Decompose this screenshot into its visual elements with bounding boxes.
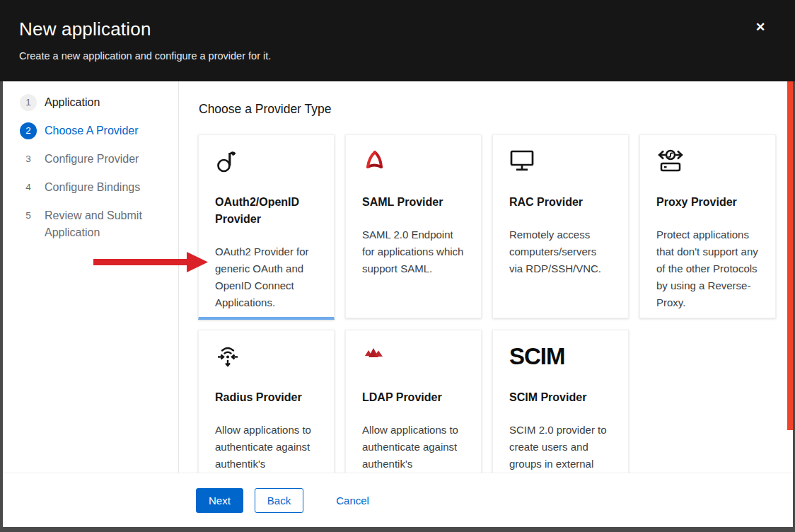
step-label: Application [45, 94, 100, 111]
modal-body: 1 Application 2 Choose A Provider 3 Conf… [3, 81, 793, 527]
wizard-footer: Next Back Cancel [3, 473, 793, 527]
scrollbar[interactable] [787, 81, 793, 430]
wizard-step-configure-bindings[interactable]: 4 Configure Bindings [20, 179, 178, 196]
provider-type-panel: Choose a Provider Type OAuth2/OpenID Pro… [180, 81, 793, 473]
provider-card-description: Allow applications to authenticate again… [362, 422, 465, 473]
provider-card-description: SCIM 2.0 provider to create users and gr… [509, 422, 612, 473]
scim-logo: SCIM [509, 344, 612, 369]
provider-card-ldap[interactable]: LDAP Provider Allow applications to auth… [345, 330, 482, 473]
provider-card-saml[interactable]: SAML Provider SAML 2.0 Endpoint for appl… [345, 134, 482, 318]
provider-card-scim[interactable]: SCIM SCIM Provider SCIM 2.0 provider to … [492, 330, 629, 473]
saml-icon [362, 149, 465, 174]
annotation-arrow-icon [92, 250, 209, 274]
provider-card-title: SAML Provider [362, 194, 465, 211]
next-button[interactable]: Next [196, 488, 243, 513]
provider-card-title: LDAP Provider [362, 389, 465, 406]
modal-subtitle: Create a new application and configure a… [19, 50, 775, 62]
proxy-icon [656, 149, 759, 174]
provider-card-description: Remotely access computers/servers via RD… [509, 226, 612, 277]
step-number-badge: 4 [20, 179, 37, 196]
ldap-mountains-icon [362, 344, 465, 369]
wizard-step-review-submit[interactable]: 5 Review and Submit Application [20, 207, 178, 241]
provider-card-description: OAuth2 Provider for generic OAuth and Op… [215, 243, 318, 311]
provider-card-title: SCIM Provider [509, 389, 612, 406]
provider-card-title: RAC Provider [509, 194, 612, 211]
step-number-badge: 2 [20, 122, 37, 139]
provider-card-oauth2-openid[interactable]: OAuth2/OpenID Provider OAuth2 Provider f… [198, 134, 335, 320]
provider-card-description: Allow applications to authenticate again… [215, 422, 318, 473]
wizard-nav: 1 Application 2 Choose A Provider 3 Conf… [3, 81, 179, 473]
provider-card-title: Proxy Provider [656, 194, 759, 211]
provider-card-rac[interactable]: RAC Provider Remotely access computers/s… [492, 134, 629, 318]
step-number-badge: 3 [20, 151, 37, 168]
back-button[interactable]: Back [255, 488, 303, 513]
step-label: Configure Bindings [45, 179, 140, 196]
step-number-badge: 5 [20, 207, 37, 224]
modal-title: New application [19, 18, 775, 40]
modal-header: New application Create a new application… [0, 0, 795, 81]
scim-wordmark: SCIM [509, 344, 565, 369]
radius-icon [215, 344, 318, 369]
close-icon[interactable]: ✕ [751, 18, 770, 37]
provider-cards-grid: OAuth2/OpenID Provider OAuth2 Provider f… [198, 134, 793, 473]
provider-card-title: Radius Provider [215, 389, 318, 406]
provider-card-proxy[interactable]: Proxy Provider Protect applications that… [639, 134, 776, 318]
provider-card-radius[interactable]: Radius Provider Allow applications to au… [198, 330, 335, 473]
openid-icon [215, 149, 318, 174]
step-number-badge: 1 [20, 94, 37, 111]
wizard-step-application[interactable]: 1 Application [20, 94, 178, 111]
provider-card-title: OAuth2/OpenID Provider [215, 194, 318, 228]
panel-heading: Choose a Provider Type [199, 102, 793, 117]
backdrop: { "modal": { "title": "New application",… [0, 0, 795, 532]
wizard-step-configure-provider[interactable]: 3 Configure Provider [20, 151, 178, 168]
monitor-icon [509, 149, 612, 174]
step-label: Review and Submit Application [45, 207, 178, 241]
step-label: Choose A Provider [45, 122, 139, 139]
cancel-button[interactable]: Cancel [336, 495, 369, 507]
provider-card-description: SAML 2.0 Endpoint for applications which… [362, 226, 465, 277]
provider-card-description: Protect applications that don't support … [656, 226, 759, 311]
step-label: Configure Provider [45, 151, 139, 168]
wizard-step-choose-provider[interactable]: 2 Choose A Provider [20, 122, 178, 139]
